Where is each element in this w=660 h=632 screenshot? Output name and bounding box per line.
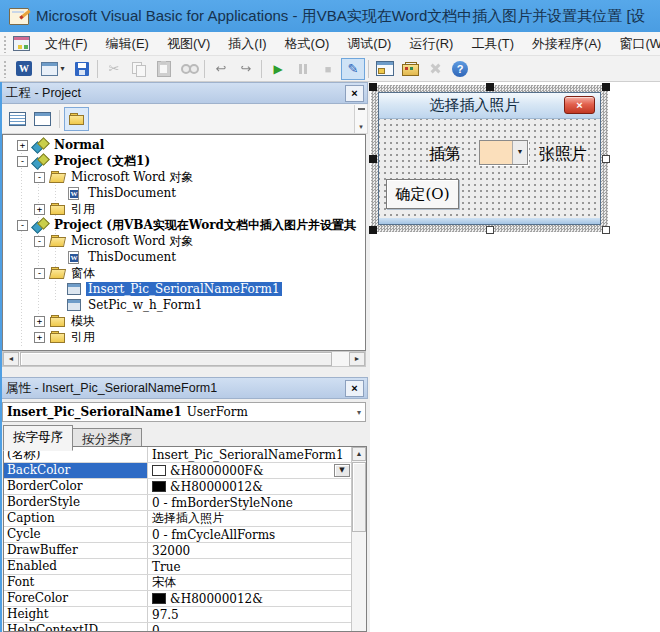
expander-icon[interactable]: + (34, 332, 45, 343)
menu-view[interactable]: 视图(V) (158, 32, 219, 56)
menu-run[interactable]: 运行(R) (400, 32, 462, 56)
view-code-button[interactable] (5, 107, 30, 131)
property-row-helpcontextid[interactable]: HelpContextID0 (4, 623, 351, 631)
ok-button[interactable]: 确定(O) (386, 179, 459, 209)
resize-handle-bottom-right[interactable] (602, 226, 610, 234)
tree-item-thisdocument[interactable]: ThisDocument (3, 249, 365, 265)
menu-file[interactable]: 文件(F) (36, 32, 97, 56)
userform-close-button[interactable]: × (564, 96, 595, 114)
property-row-drawbuffer[interactable]: DrawBuffer32000 (4, 543, 351, 559)
menu-debug[interactable]: 调试(D) (338, 32, 400, 56)
resize-handle-mid-right[interactable] (602, 155, 610, 163)
combo-dropdown-icon[interactable]: ▼ (512, 141, 527, 164)
expander-icon[interactable]: + (34, 316, 45, 327)
toolbar-grip[interactable] (3, 60, 8, 78)
project-explorer-button[interactable] (373, 58, 397, 80)
property-row-cycle[interactable]: Cycle0 - fmCycleAllForms (4, 527, 351, 543)
value-dropdown-button[interactable]: ▼ (334, 464, 350, 477)
tree-item-setpic-form[interactable]: SetPic_w_h_Form1 (3, 297, 365, 313)
tree-item-thisdocument[interactable]: ThisDocument (3, 185, 365, 201)
expander-icon[interactable]: - (17, 220, 28, 231)
property-name: Enabled (4, 559, 148, 574)
resize-handle-top-center[interactable] (486, 83, 494, 91)
copy-button[interactable] (127, 58, 151, 80)
tree-item-project-doc1[interactable]: -Project (文档1) (3, 153, 365, 169)
expander-icon[interactable]: - (34, 268, 45, 279)
property-row-forecolor[interactable]: ForeColor&H80000012& (4, 591, 351, 607)
insert-userform-button[interactable]: ▾ (37, 58, 69, 80)
expander-icon[interactable]: - (34, 236, 45, 247)
userform-icon (67, 299, 82, 312)
userform-designer[interactable]: 选择插入照片 × 插第 ▼ 张照片 确定(O) (378, 92, 601, 225)
expander-icon[interactable]: + (17, 140, 28, 151)
property-row-font[interactable]: Font宋体 (4, 575, 351, 591)
project-panel-close-button[interactable]: × (345, 85, 364, 102)
menu-window[interactable]: 窗口(W) (610, 32, 660, 56)
tree-item-references[interactable]: +引用 (3, 329, 365, 345)
property-row-borderstyle[interactable]: BorderStyle0 - fmBorderStyleNone (4, 495, 351, 511)
combobox-value[interactable] (480, 141, 512, 164)
menu-edit[interactable]: 编辑(E) (97, 32, 158, 56)
cut-button[interactable]: ✂ (102, 58, 126, 80)
tab-alphabetic[interactable]: 按字母序 (3, 425, 73, 451)
grid-vertical-scrollbar[interactable]: ▲ (351, 447, 366, 631)
tree-item-normal[interactable]: +Normal (3, 137, 365, 153)
undo-button[interactable]: ↩ (209, 58, 233, 80)
form-selection-frame[interactable]: 选择插入照片 × 插第 ▼ 张照片 确定(O) (371, 85, 608, 232)
property-row-enabled[interactable]: EnabledTrue (4, 559, 351, 575)
menu-insert[interactable]: 插入(I) (219, 32, 275, 56)
scroll-left-arrow[interactable]: ◄ (3, 352, 19, 366)
resize-handle-bottom-left[interactable] (369, 226, 377, 234)
vba-editor-window: Microsoft Visual Basic for Applications … (0, 0, 660, 632)
tree-item-word-objects[interactable]: -Microsoft Word 对象 (3, 169, 365, 185)
scroll-right-arrow[interactable]: ► (349, 352, 365, 366)
tree-item-modules[interactable]: +模块 (3, 313, 365, 329)
resize-handle-top-left[interactable] (369, 83, 377, 91)
view-object-button[interactable] (30, 107, 55, 131)
find-button[interactable] (177, 58, 201, 80)
help-button[interactable]: ? (448, 58, 472, 80)
design-mode-button[interactable]: ✎ (341, 58, 365, 80)
tree-item-forms-folder[interactable]: -窗体 (3, 265, 365, 281)
expander-icon[interactable]: - (17, 156, 28, 167)
resize-handle-top-right[interactable] (602, 83, 610, 91)
expander-icon[interactable]: - (34, 172, 45, 183)
menu-tools[interactable]: 工具(T) (462, 32, 523, 56)
property-row-height[interactable]: Height97.5 (4, 607, 351, 623)
property-row-backcolor[interactable]: BackColor&H8000000F&▼ (4, 463, 351, 479)
tree-item-word-objects[interactable]: -Microsoft Word 对象 (3, 233, 365, 249)
tree-item-insert-pic-form[interactable]: Insert_Pic_SerioralNameForm1 (3, 281, 365, 297)
break-button[interactable] (291, 58, 315, 80)
redo-button[interactable]: ↪ (234, 58, 258, 80)
resize-handle-mid-left[interactable] (369, 155, 377, 163)
expander-icon[interactable]: + (34, 204, 45, 215)
object-browser-button[interactable] (423, 58, 447, 80)
scrollbar-thumb[interactable] (20, 352, 332, 366)
userform-body[interactable]: 插第 ▼ 张照片 确定(O) (379, 119, 600, 218)
object-selector[interactable]: Insert_Pic_SerioralName1 UserForm ▾ (2, 402, 366, 422)
run-button[interactable]: ▶ (266, 58, 290, 80)
scrollbar-thumb[interactable] (352, 462, 366, 532)
toolbox-button[interactable] (398, 58, 422, 80)
reset-button[interactable]: ■ (316, 58, 340, 80)
scroll-up-arrow[interactable]: ▲ (352, 447, 366, 461)
tree-item-project-vba[interactable]: -Project (用VBA实现在Word文档中插入图片并设置其 (3, 217, 365, 233)
tree-item-references[interactable]: +引用 (3, 201, 365, 217)
label-photos-suffix[interactable]: 张照片 (539, 144, 587, 165)
label-insert-prefix[interactable]: 插第 (429, 144, 461, 165)
menubar-grip[interactable] (3, 35, 8, 53)
paste-button[interactable] (152, 58, 176, 80)
menu-addins[interactable]: 外接程序(A) (523, 32, 610, 56)
tree-item-label: 引用 (69, 201, 97, 218)
properties-panel-close-button[interactable]: × (345, 380, 364, 397)
property-row-caption[interactable]: Caption选择插入照片 (4, 511, 351, 527)
photo-number-combobox[interactable]: ▼ (479, 140, 528, 165)
toolbar-overflow[interactable]: ▾ (354, 105, 367, 133)
toggle-folders-button[interactable] (64, 107, 89, 131)
save-button[interactable] (70, 58, 94, 80)
view-word-button[interactable]: W (12, 58, 36, 80)
resize-handle-bottom-center[interactable] (486, 226, 494, 234)
tree-horizontal-scrollbar[interactable]: ◄ ► (2, 351, 366, 367)
menu-format[interactable]: 格式(O) (276, 32, 339, 56)
property-row-bordercolor[interactable]: BorderColor&H80000012& (4, 479, 351, 495)
